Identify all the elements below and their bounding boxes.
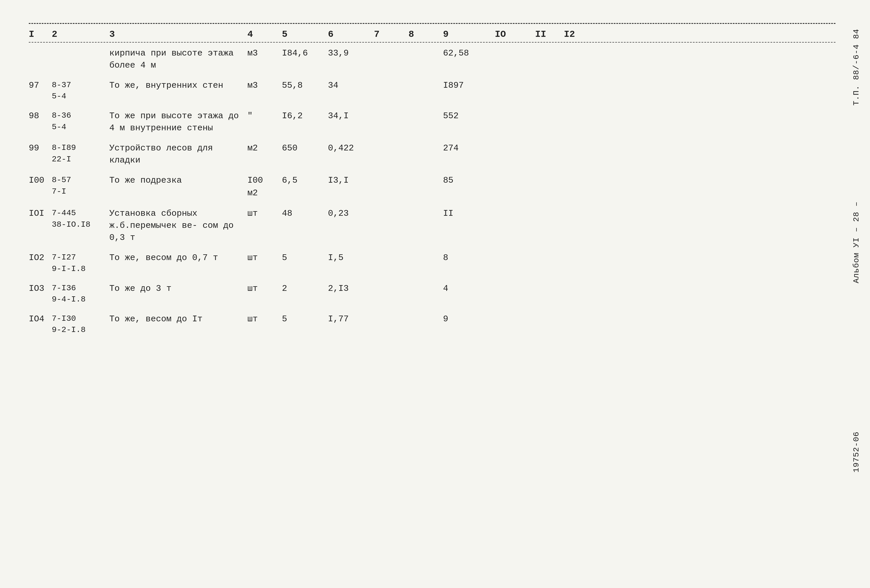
col-header-3: 3 <box>109 29 247 40</box>
cell-code: 8-36 5-4 <box>52 110 109 132</box>
cell-code: 7-I30 9-2-I.8 <box>52 313 109 335</box>
cell-id: 98 <box>29 110 52 122</box>
cell-qty: I6,2 <box>282 110 328 122</box>
cell-total: 9 <box>443 313 495 326</box>
col-header-12: I2 <box>564 29 610 40</box>
table-row: кирпича при высоте этажа более 4 м м3 I8… <box>29 47 836 71</box>
cell-qty: 5 <box>282 252 328 264</box>
cell-unit: шт <box>247 313 282 326</box>
cell-id: IO4 <box>29 313 52 326</box>
cell-desc: То же до 3 т <box>109 283 247 295</box>
table-row: 98 8-36 5-4 То же при высоте этажа до 4 … <box>29 110 836 134</box>
cell-id: 99 <box>29 142 52 155</box>
cell-total: 552 <box>443 110 495 122</box>
cell-desc: Устройство лесов для кладки <box>109 142 247 166</box>
col-header-4: 4 <box>247 29 282 40</box>
col-header-11: II <box>535 29 564 40</box>
col-header-5: 5 <box>282 29 328 40</box>
col-header-10: IO <box>495 29 535 40</box>
cell-id: I00 <box>29 174 52 187</box>
cell-unit: I00 м2 <box>247 174 282 199</box>
cell-rate: 33,9 <box>328 47 374 60</box>
cell-code: 8-37 5-4 <box>52 79 109 102</box>
col-header-2: 2 <box>52 29 109 40</box>
cell-id: 97 <box>29 79 52 92</box>
cell-id: IO2 <box>29 252 52 264</box>
cell-qty: I84,6 <box>282 47 328 60</box>
cell-qty: 48 <box>282 207 328 220</box>
cell-qty: 5 <box>282 313 328 326</box>
table-body: кирпича при высоте этажа более 4 м м3 I8… <box>29 47 836 336</box>
cell-total: 8 <box>443 252 495 264</box>
side-label-top: Т.П. 88/-6-4 84 <box>852 29 861 106</box>
table-row: IO4 7-I30 9-2-I.8 То же, весом до Iт шт … <box>29 313 836 335</box>
cell-total: 62,58 <box>443 47 495 60</box>
cell-qty: 650 <box>282 142 328 155</box>
cell-id: IO3 <box>29 283 52 295</box>
table-row: IOI 7-445 38-IO.I8 Установка сборных ж.б… <box>29 207 836 244</box>
column-headers-row: I 2 3 4 5 6 7 8 9 IO II I2 <box>29 29 836 43</box>
cell-rate: I,5 <box>328 252 374 264</box>
cell-unit: шт <box>247 207 282 220</box>
cell-id: IOI <box>29 207 52 220</box>
cell-qty: 2 <box>282 283 328 295</box>
cell-total: 4 <box>443 283 495 295</box>
cell-total: I897 <box>443 79 495 92</box>
cell-rate: I3,I <box>328 174 374 187</box>
table-row: IO2 7-I27 9-I-I.8 То же, весом до 0,7 т … <box>29 252 836 274</box>
col-header-6: 6 <box>328 29 374 40</box>
cell-unit: шт <box>247 283 282 295</box>
col-header-1: I <box>29 29 52 40</box>
cell-rate: 34 <box>328 79 374 92</box>
cell-desc: То же при высоте этажа до 4 м внутренние… <box>109 110 247 134</box>
table-row: 99 8-I89 22-I Устройство лесов для кладк… <box>29 142 836 166</box>
cell-unit: м3 <box>247 79 282 92</box>
cell-qty: 6,5 <box>282 174 328 187</box>
col-header-7: 7 <box>374 29 408 40</box>
cell-desc: То же, весом до Iт <box>109 313 247 325</box>
col-header-9: 9 <box>443 29 495 40</box>
cell-code: 7-I36 9-4-I.8 <box>52 283 109 305</box>
cell-code: 8-57 7-I <box>52 174 109 197</box>
cell-code: 7-I27 9-I-I.8 <box>52 252 109 274</box>
cell-code: 7-445 38-IO.I8 <box>52 207 109 230</box>
cell-total: 274 <box>443 142 495 155</box>
cell-total: II <box>443 207 495 220</box>
cell-unit: " <box>247 110 282 122</box>
cell-desc: То же, внутренних стен <box>109 79 247 91</box>
side-label-bot: 19752-06 <box>852 432 861 472</box>
table-row: I00 8-57 7-I То же подрезка I00 м2 6,5 I… <box>29 174 836 199</box>
cell-desc: То же подрезка <box>109 174 247 186</box>
col-header-8: 8 <box>408 29 443 40</box>
cell-unit: шт <box>247 252 282 264</box>
cell-unit: м3 <box>247 47 282 60</box>
cell-unit: м2 <box>247 142 282 155</box>
table-row: 97 8-37 5-4 То же, внутренних стен м3 55… <box>29 79 836 102</box>
cell-desc: То же, весом до 0,7 т <box>109 252 247 264</box>
top-dashed-line <box>29 23 836 24</box>
cell-desc: Установка сборных ж.б.перемычек ве- сом … <box>109 207 247 244</box>
cell-total: 85 <box>443 174 495 187</box>
cell-rate: 34,I <box>328 110 374 122</box>
cell-rate: 0,23 <box>328 207 374 220</box>
side-label-mid: Альбом УI – 28 – <box>852 201 861 283</box>
table-row: IO3 7-I36 9-4-I.8 То же до 3 т шт 2 2,I3… <box>29 283 836 305</box>
cell-code: 8-I89 22-I <box>52 142 109 165</box>
cell-rate: 0,422 <box>328 142 374 155</box>
cell-rate: 2,I3 <box>328 283 374 295</box>
page: I 2 3 4 5 6 7 8 9 IO II I2 кирпича при в… <box>0 0 870 588</box>
cell-desc: кирпича при высоте этажа более 4 м <box>109 47 247 71</box>
cell-rate: I,77 <box>328 313 374 326</box>
cell-qty: 55,8 <box>282 79 328 92</box>
